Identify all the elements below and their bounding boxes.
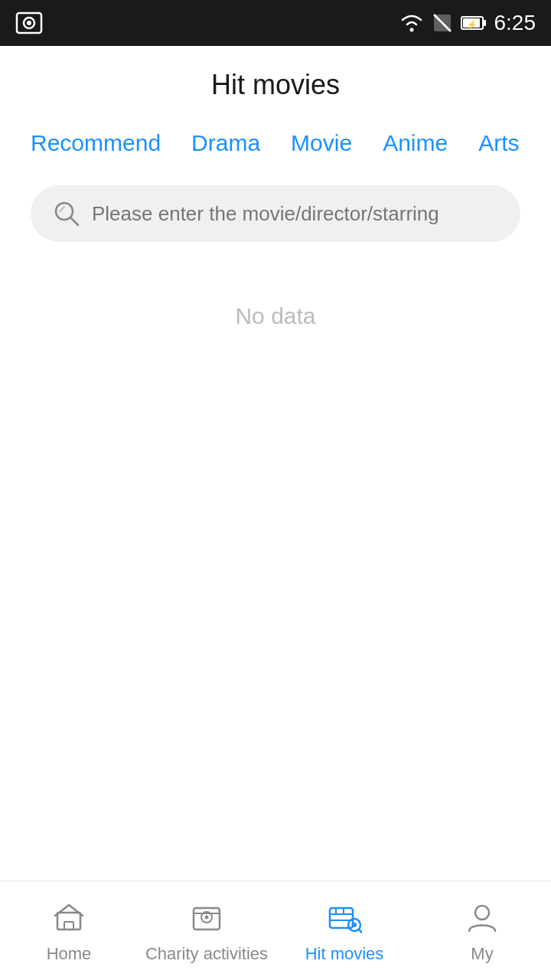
search-icon — [52, 199, 81, 228]
svg-point-2 — [27, 21, 31, 25]
status-bar: ⚡ 6:25 — [0, 0, 551, 46]
svg-line-12 — [60, 207, 64, 211]
photo-icon — [15, 9, 43, 37]
nav-movies[interactable]: Hit movies — [276, 898, 413, 964]
search-bar[interactable] — [31, 185, 520, 242]
nav-home[interactable]: Home — [0, 898, 138, 964]
status-bar-left — [15, 9, 43, 37]
my-icon — [462, 898, 502, 938]
movies-icon — [324, 898, 364, 938]
status-bar-right: ⚡ 6:25 — [399, 11, 536, 35]
svg-point-3 — [409, 28, 413, 32]
svg-text:⚡: ⚡ — [467, 19, 478, 30]
wifi-icon — [399, 12, 424, 34]
nav-home-label: Home — [47, 944, 92, 964]
nav-charity[interactable]: Charity activities — [138, 898, 276, 964]
nav-my[interactable]: My — [413, 898, 551, 964]
bottom-nav: Home Charity activities — [0, 880, 551, 980]
tab-movie[interactable]: Movie — [283, 124, 360, 162]
tab-drama[interactable]: Drama — [184, 124, 268, 162]
no-data-area: No data — [0, 257, 551, 880]
nav-my-label: My — [471, 944, 493, 964]
category-tabs: Recommend Drama Movie Anime Arts — [0, 116, 551, 170]
page-title: Hit movies — [0, 46, 551, 116]
nav-charity-label: Charity activities — [145, 944, 268, 964]
status-time: 6:25 — [494, 11, 536, 35]
svg-line-11 — [70, 217, 78, 225]
tab-arts[interactable]: Arts — [471, 124, 527, 162]
svg-point-17 — [205, 915, 209, 919]
svg-rect-8 — [484, 20, 486, 26]
battery-icon: ⚡ — [461, 15, 487, 31]
svg-line-26 — [359, 929, 362, 933]
tab-anime[interactable]: Anime — [375, 124, 455, 162]
charity-icon — [187, 898, 227, 938]
svg-rect-19 — [330, 908, 353, 928]
sim-icon — [432, 12, 453, 34]
search-container — [0, 170, 551, 257]
home-icon — [49, 898, 89, 938]
svg-point-27 — [475, 906, 489, 920]
svg-rect-14 — [64, 922, 73, 929]
tab-recommend[interactable]: Recommend — [23, 124, 168, 162]
svg-point-25 — [352, 923, 357, 927]
no-data-text: No data — [235, 303, 315, 329]
nav-movies-label: Hit movies — [305, 944, 384, 964]
search-input[interactable] — [92, 202, 499, 226]
